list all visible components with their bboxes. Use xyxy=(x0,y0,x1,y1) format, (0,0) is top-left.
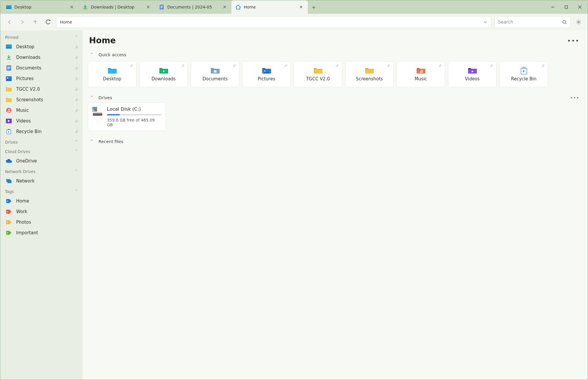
pin-icon[interactable] xyxy=(75,56,78,59)
pin-icon[interactable] xyxy=(75,130,78,134)
svg-point-24 xyxy=(7,201,8,202)
pin-icon[interactable] xyxy=(541,64,545,67)
sidebar-item-screenshots[interactable]: Screenshots xyxy=(0,94,83,105)
pin-icon[interactable] xyxy=(181,64,185,67)
sidebar-item-recycle[interactable]: Recycle Bin xyxy=(0,126,83,137)
pin-icon[interactable] xyxy=(75,66,78,70)
pin-icon[interactable] xyxy=(233,64,236,67)
close-window-button[interactable] xyxy=(573,0,587,14)
qa-music[interactable]: Music xyxy=(397,61,445,87)
sidebar-item-label: TGCC V2.0 xyxy=(16,87,71,92)
sidebar-tag-home[interactable]: Home xyxy=(0,196,83,206)
pin-icon[interactable] xyxy=(75,98,78,102)
close-icon[interactable]: ✕ xyxy=(69,4,74,10)
refresh-button[interactable] xyxy=(43,17,53,27)
section-header-quick[interactable]: ˄ Quick access xyxy=(88,50,582,59)
qa-tgcc[interactable]: TGCC V2.0 xyxy=(294,61,342,87)
address-bar[interactable]: Home xyxy=(56,16,491,28)
search-input[interactable] xyxy=(498,19,560,25)
close-icon[interactable]: ✕ xyxy=(298,4,304,10)
settings-button[interactable] xyxy=(574,17,584,27)
pin-icon[interactable] xyxy=(335,64,339,67)
forward-button[interactable] xyxy=(17,17,27,27)
pin-icon[interactable] xyxy=(75,119,78,123)
tag-icon xyxy=(6,198,12,204)
pin-icon[interactable] xyxy=(387,64,390,67)
tab-label: Home xyxy=(244,5,295,9)
recycle-icon xyxy=(6,128,12,135)
qa-desktop[interactable]: Desktop xyxy=(88,61,136,87)
documents-folder-icon xyxy=(211,67,220,74)
sidebar-tag-photos[interactable]: Photos xyxy=(0,217,83,228)
svg-rect-31 xyxy=(214,70,216,72)
music-icon xyxy=(6,107,12,114)
up-button[interactable] xyxy=(30,17,40,27)
drive-local-c[interactable]: Local Disk (C:) 359.6 GB free of 465.09 … xyxy=(88,102,166,131)
svg-rect-4 xyxy=(161,7,163,7)
tab-desktop[interactable]: Desktop ✕ xyxy=(2,0,78,14)
search-box[interactable] xyxy=(494,16,571,28)
sidebar-item-downloads[interactable]: Downloads xyxy=(0,52,83,63)
sidebar-item-pictures[interactable]: Pictures xyxy=(0,73,83,84)
pin-icon[interactable] xyxy=(75,45,78,49)
pin-icon[interactable] xyxy=(284,64,288,67)
qa-recycle[interactable]: Recycle Bin xyxy=(500,61,548,87)
svg-point-27 xyxy=(7,233,8,233)
sidebar-item-tgcc[interactable]: TGCC V2.0 xyxy=(0,84,83,94)
section-header-drives[interactable]: ˄ Drives ••• xyxy=(88,93,582,102)
sidebar-item-network[interactable]: Network xyxy=(0,176,83,186)
pin-icon[interactable] xyxy=(130,64,133,67)
music-folder-icon xyxy=(417,67,425,74)
download-icon xyxy=(6,54,12,61)
chevron-down-icon[interactable] xyxy=(483,20,487,24)
svg-rect-12 xyxy=(6,48,12,49)
sidebar-group-tags[interactable]: Tags ˄ xyxy=(0,186,83,196)
close-icon[interactable]: ✕ xyxy=(146,4,151,10)
svg-rect-7 xyxy=(565,6,568,9)
svg-rect-23 xyxy=(7,180,11,183)
pin-icon[interactable] xyxy=(490,64,493,67)
section-header-recent[interactable]: ˅ Recent files xyxy=(88,137,582,146)
chevron-up-icon: ˄ xyxy=(75,35,77,40)
back-button[interactable] xyxy=(4,17,14,27)
new-tab-button[interactable]: ＋ xyxy=(308,0,320,14)
sidebar-item-label: Screenshots xyxy=(16,97,71,102)
tab-home[interactable]: Home ✕ xyxy=(231,0,308,14)
sidebar-group-title: Pinned xyxy=(5,35,19,40)
svg-line-9 xyxy=(565,23,567,24)
pin-icon[interactable] xyxy=(75,87,78,91)
sidebar-tag-important[interactable]: Important xyxy=(0,228,83,238)
sidebar-item-documents[interactable]: Documents xyxy=(0,63,83,73)
main-pane[interactable]: Home ••• ˄ Quick access Desktop xyxy=(83,30,588,380)
maximize-button[interactable] xyxy=(559,0,573,14)
sidebar-item-label: Documents xyxy=(16,65,71,71)
sidebar[interactable]: Pinned ˄ Desktop Downloads Documents Pic… xyxy=(0,30,83,380)
sidebar-item-music[interactable]: Music xyxy=(0,105,83,116)
pin-icon[interactable] xyxy=(75,77,78,81)
svg-point-8 xyxy=(563,20,566,23)
qa-pictures[interactable]: Pictures xyxy=(242,61,291,87)
pin-icon[interactable] xyxy=(75,109,78,112)
more-button[interactable]: ••• xyxy=(566,36,581,45)
more-button[interactable]: ••• xyxy=(570,95,581,100)
sidebar-group-drives[interactable]: Drives ˄ xyxy=(0,137,83,146)
qa-screenshots[interactable]: Screenshots xyxy=(345,61,394,87)
close-icon[interactable]: ✕ xyxy=(222,4,227,10)
drive-icon xyxy=(92,106,103,117)
pin-icon[interactable] xyxy=(438,64,442,67)
sidebar-item-onedrive[interactable]: OneDrive xyxy=(0,156,83,166)
sidebar-item-desktop[interactable]: Desktop xyxy=(0,42,83,52)
drive-free-text: 359.6 GB free of 465.09 GB xyxy=(107,118,161,127)
qa-videos[interactable]: Videos xyxy=(448,61,497,87)
sidebar-item-videos[interactable]: Videos xyxy=(0,116,83,126)
sidebar-group-network[interactable]: Network Drives ˄ xyxy=(0,166,83,176)
qa-documents[interactable]: Documents xyxy=(191,61,239,87)
svg-point-10 xyxy=(578,21,579,23)
sidebar-group-cloud[interactable]: Cloud Drives ˄ xyxy=(0,146,83,156)
tab-downloads[interactable]: Downloads | Desktop ✕ xyxy=(78,0,155,14)
tab-documents[interactable]: Documents | 2024-05 ✕ xyxy=(155,0,231,14)
sidebar-group-pinned[interactable]: Pinned ˄ xyxy=(0,32,83,42)
sidebar-tag-work[interactable]: Work xyxy=(0,206,83,217)
qa-downloads[interactable]: Downloads xyxy=(139,61,188,87)
minimize-button[interactable] xyxy=(546,0,559,14)
